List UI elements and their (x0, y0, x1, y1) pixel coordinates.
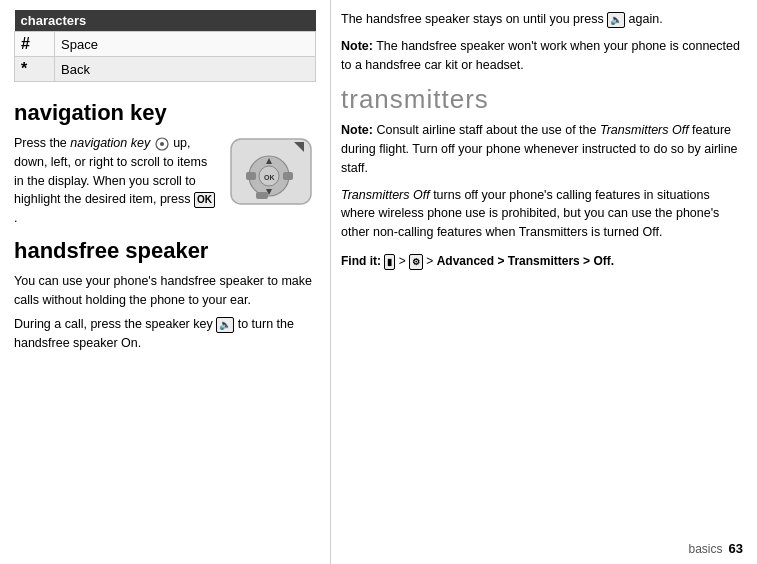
handsfree-note: Note: The handsfree speaker won't work w… (341, 37, 743, 75)
characters-table: characters # Space * Back (14, 10, 316, 82)
nav-key-icon (155, 137, 169, 151)
settings-icon: ⚙ (409, 254, 423, 270)
symbol-cell: * (15, 57, 55, 82)
page-number: 63 (729, 541, 743, 556)
handsfree-title: handsfree speaker (14, 238, 316, 264)
note2-text: Consult airline staff about the use of t… (376, 123, 600, 137)
find-it-path: Advanced > Transmitters > Off. (437, 254, 614, 268)
svg-text:OK: OK (264, 174, 275, 181)
nav-key-image: OK (226, 134, 316, 209)
transmitters-title: transmitters (341, 84, 743, 115)
label-cell: Back (55, 57, 316, 82)
transmitters-off-italic2: Transmitters Off (341, 188, 430, 202)
ok-icon: OK (194, 192, 215, 208)
transmitters-section: transmitters Note: Consult airline staff… (341, 84, 743, 270)
footer-label: basics (689, 542, 723, 556)
find-it-label: Find it: (341, 254, 381, 268)
nav-key-svg: OK (226, 134, 316, 209)
handsfree-para1: You can use your phone's handsfree speak… (14, 272, 316, 310)
table-header: characters (15, 10, 316, 32)
speaker-key-icon: 🔈 (216, 317, 234, 333)
transmitters-note: Note: Consult airline staff about the us… (341, 121, 743, 177)
navigation-key-section: navigation key Press the navigation key … (14, 100, 316, 228)
nav-key-title: navigation key (14, 100, 316, 126)
handsfree-continued: The handsfree speaker stays on until you… (341, 10, 743, 29)
page-footer: basics 63 (689, 541, 743, 556)
svg-rect-7 (246, 172, 256, 180)
symbol-cell: # (15, 32, 55, 57)
find-it: Find it: ▮ > ⚙ > Advanced > Transmitters… (341, 252, 743, 270)
nav-key-description: Press the navigation key up, down, left,… (14, 134, 226, 228)
right-column: The handsfree speaker stays on until you… (330, 0, 757, 564)
transmitters-off-italic: Transmitters Off (600, 123, 689, 137)
handsfree-section: handsfree speaker You can use your phone… (14, 238, 316, 353)
table-row: * Back (15, 57, 316, 82)
left-column: characters # Space * Back navigation key… (0, 0, 330, 564)
svg-rect-8 (283, 172, 293, 180)
handsfree-para2: During a call, press the speaker key 🔈 t… (14, 315, 316, 353)
menu-icon: ▮ (384, 254, 395, 270)
speaker-icon-inline: 🔈 (607, 12, 625, 28)
note2-label: Note: (341, 123, 373, 137)
svg-rect-10 (256, 192, 268, 199)
nav-key-italic: navigation key (70, 136, 150, 150)
table-row: # Space (15, 32, 316, 57)
label-cell: Space (55, 32, 316, 57)
note1-text: The handsfree speaker won't work when yo… (341, 39, 740, 72)
nav-key-content: Press the navigation key up, down, left,… (14, 134, 316, 228)
transmitters-para: Transmitters Off turns off your phone's … (341, 186, 743, 242)
note1-label: Note: (341, 39, 373, 53)
svg-point-1 (160, 142, 164, 146)
